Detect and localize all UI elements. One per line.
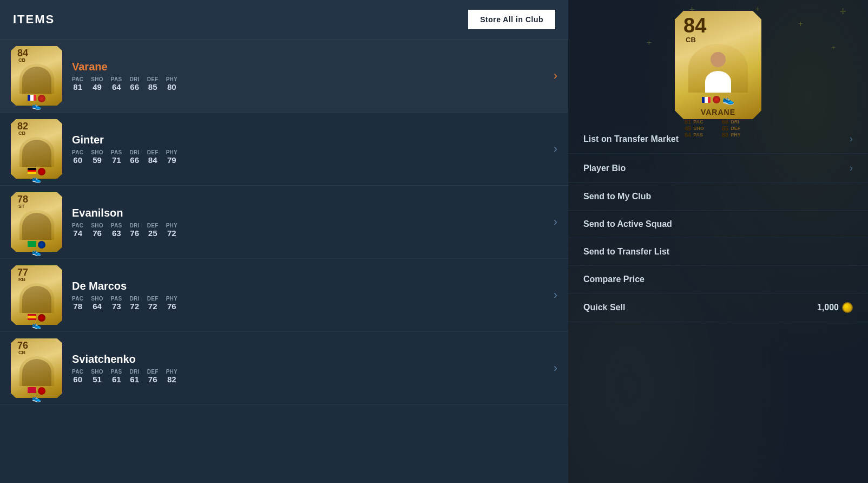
menu-item-send-transfer[interactable]: Send to Transfer List bbox=[568, 238, 868, 266]
featured-card-area: 84 CB 👟 VARANE 81 PAC bbox=[568, 0, 868, 119]
shoe-icon: 👟 bbox=[32, 321, 41, 329]
menu-item-send-club[interactable]: Send to My Club bbox=[568, 183, 868, 211]
stat-pac: PAC 60 bbox=[72, 369, 83, 384]
stat-pas: PAS 64 bbox=[111, 76, 122, 92]
featured-position: CB bbox=[686, 36, 696, 44]
stat-value: 84 bbox=[148, 155, 157, 165]
stat-pas: PAS 63 bbox=[111, 223, 122, 238]
stat-label: PAS bbox=[111, 76, 122, 82]
items-title: ITEMS bbox=[13, 12, 55, 27]
player-row[interactable]: 82 CB 👟 Ginter PAC bbox=[0, 113, 568, 186]
stat-phy: PHY 76 bbox=[166, 296, 177, 311]
store-all-button[interactable]: Store All in Club bbox=[468, 10, 555, 29]
featured-rating: 84 bbox=[683, 15, 706, 36]
player-name: Sviatchenko bbox=[72, 353, 548, 365]
players-list[interactable]: 84 CB 👟 Varane PAC bbox=[0, 40, 568, 483]
card-rating: 76 bbox=[17, 341, 28, 350]
stat-label: PHY bbox=[166, 369, 177, 375]
player-stats: PAC 60 SHO 51 PAS 61 DRI bbox=[72, 369, 548, 384]
coin-icon bbox=[842, 302, 853, 313]
chevron-right-icon: › bbox=[554, 361, 557, 375]
card-position: RB bbox=[18, 277, 25, 282]
stat-label: SHO bbox=[91, 369, 103, 375]
player-row[interactable]: 77 RB 👟 De Marcos PAC bbox=[0, 259, 568, 332]
stat-value: 76 bbox=[148, 375, 157, 384]
player-silhouette bbox=[22, 67, 51, 94]
stat-value: 64 bbox=[112, 82, 121, 92]
stat-label: SHO bbox=[91, 149, 103, 155]
stat-def: DEF 25 bbox=[147, 223, 159, 238]
stat-def: DEF 84 bbox=[147, 149, 159, 165]
stat-label: DEF bbox=[147, 76, 159, 82]
menu-item-label: Player Bio bbox=[583, 164, 626, 173]
flag-icon bbox=[28, 168, 36, 174]
stat-label: DRI bbox=[130, 76, 140, 82]
player-row[interactable]: 78 ST 👟 Evanilson PAC bbox=[0, 186, 568, 259]
player-silhouette bbox=[22, 213, 51, 240]
player-info: Sviatchenko PAC 60 SHO 51 PAS 61 bbox=[72, 353, 548, 384]
stat-dri: DRI 76 bbox=[130, 223, 140, 238]
stat-def: DEF 85 bbox=[147, 76, 159, 92]
featured-pac-label: PAC bbox=[693, 119, 703, 125]
chevron-right-icon: › bbox=[554, 215, 557, 229]
chevron-right-icon: › bbox=[554, 142, 557, 156]
stat-label: PAC bbox=[72, 369, 83, 375]
shoe-icon: 👟 bbox=[32, 101, 41, 110]
card-rating: 84 bbox=[17, 48, 28, 58]
player-card-1: 82 CB 👟 bbox=[11, 119, 62, 179]
featured-dri-label: DRI bbox=[731, 119, 739, 125]
shoe-icon: 👟 bbox=[32, 394, 41, 402]
player-info: Ginter PAC 60 SHO 59 PAS 71 bbox=[72, 134, 548, 165]
stat-label: DEF bbox=[147, 369, 159, 375]
menu-item-compare-price[interactable]: Compare Price bbox=[568, 266, 868, 293]
stat-label: SHO bbox=[91, 223, 103, 229]
card-position: CB bbox=[18, 130, 25, 136]
card-rating: 78 bbox=[17, 194, 28, 204]
menu-item-player-bio[interactable]: Player Bio › bbox=[568, 154, 868, 183]
player-stats: PAC 81 SHO 49 PAS 64 DRI bbox=[72, 76, 548, 92]
chevron-right-icon: › bbox=[554, 288, 557, 302]
stat-value: 60 bbox=[73, 375, 82, 384]
stat-pac: PAC 78 bbox=[72, 296, 83, 311]
quick-sell-amount: 1,000 bbox=[817, 303, 839, 312]
flag-icon bbox=[28, 314, 36, 320]
stat-value: 71 bbox=[112, 155, 121, 165]
stat-label: PHY bbox=[166, 296, 177, 302]
stat-value: 66 bbox=[130, 155, 139, 165]
player-row[interactable]: 76 CB 👟 Sviatchenko PAC bbox=[0, 332, 568, 405]
stat-value: 59 bbox=[93, 155, 102, 165]
menu-item-label: Quick Sell bbox=[583, 303, 625, 312]
stat-dri: DRI 66 bbox=[130, 76, 140, 92]
card-shape: 82 CB 👟 bbox=[11, 119, 62, 179]
player-card-3: 77 RB 👟 bbox=[11, 265, 62, 325]
card-shape: 76 CB 👟 bbox=[11, 338, 62, 398]
items-header: ITEMS Store All in Club bbox=[0, 0, 568, 40]
stat-value: 66 bbox=[130, 82, 139, 92]
stat-def: DEF 76 bbox=[147, 369, 159, 384]
menu-item-label: Send to Active Squad bbox=[583, 219, 672, 229]
player-card-4: 76 CB 👟 bbox=[11, 338, 62, 398]
menu-item-list-transfer[interactable]: List on Transfer Market › bbox=[568, 125, 868, 154]
flag-icon bbox=[28, 387, 36, 393]
stat-label: PAS bbox=[111, 223, 122, 229]
stat-value: 61 bbox=[130, 375, 139, 384]
stat-label: PAS bbox=[111, 369, 122, 375]
stat-label: SHO bbox=[91, 296, 103, 302]
menu-chevron-icon: › bbox=[850, 133, 853, 145]
card-content: 82 CB 👟 bbox=[11, 119, 62, 184]
context-menu: List on Transfer Market › Player Bio › S… bbox=[568, 125, 868, 322]
card-position: CB bbox=[18, 57, 25, 63]
menu-item-send-squad[interactable]: Send to Active Squad bbox=[568, 211, 868, 238]
stat-dri: DRI 61 bbox=[130, 369, 140, 384]
stat-pas: PAS 73 bbox=[111, 296, 122, 311]
stat-pac: PAC 74 bbox=[72, 223, 83, 238]
card-shape: 84 CB 👟 bbox=[11, 46, 62, 106]
player-silhouette bbox=[22, 359, 51, 386]
player-row[interactable]: 84 CB 👟 Varane PAC bbox=[0, 40, 568, 113]
stat-value: 72 bbox=[148, 302, 157, 311]
stat-value: 49 bbox=[93, 82, 102, 92]
flag-icon bbox=[28, 241, 36, 247]
stat-value: 76 bbox=[167, 302, 176, 311]
player-name: Varane bbox=[72, 61, 548, 73]
menu-item-quick-sell[interactable]: Quick Sell 1,000 bbox=[568, 293, 868, 322]
